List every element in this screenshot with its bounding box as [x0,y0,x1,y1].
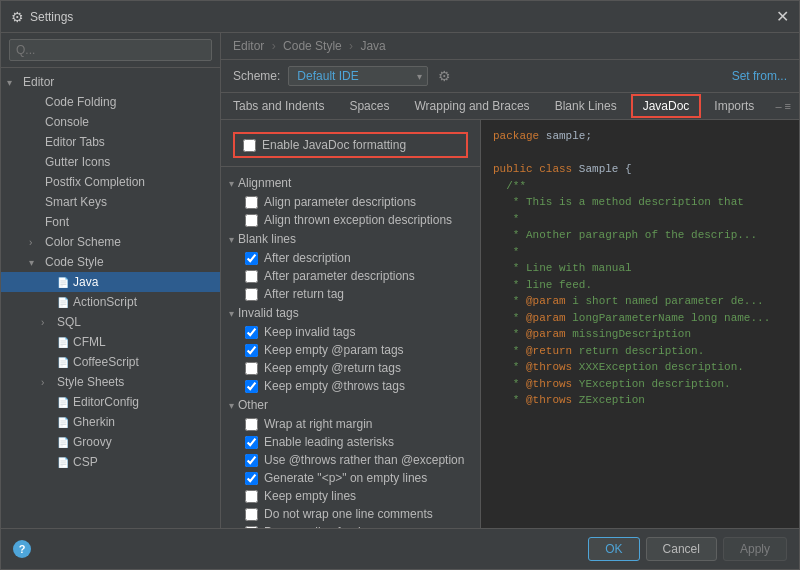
scheme-label: Scheme: [233,69,280,83]
tree-item-postfix-completion[interactable]: Postfix Completion [1,172,220,192]
tab-javadoc[interactable]: JavaDoc [631,94,702,118]
tree-label-gherkin: Gherkin [73,415,115,429]
section-header-other: ▾Other [221,395,480,415]
option-checkbox-keep-empty-param[interactable] [245,344,258,357]
scheme-select[interactable]: Default IDE [288,66,428,86]
apply-button[interactable]: Apply [723,537,787,561]
tab-spaces[interactable]: Spaces [337,94,402,118]
option-row-keep-empty-lines: Keep empty lines [221,487,480,505]
tree-item-sql[interactable]: ›SQL [1,312,220,332]
tab-wrapping[interactable]: Wrapping and Braces [402,94,542,118]
tree-item-editor[interactable]: ▾Editor [1,72,220,92]
option-label-after-return: After return tag [264,287,344,301]
option-row-keep-empty-param: Keep empty @param tags [221,341,480,359]
code-line: public class Sample { [493,161,787,178]
help-button[interactable]: ? [13,540,31,558]
tab-blank-lines[interactable]: Blank Lines [543,94,630,118]
tree-item-coffeescript[interactable]: 📄CoffeeScript [1,352,220,372]
option-row-after-return: After return tag [221,285,480,303]
code-line: * @param longParameterName long name... [493,310,787,327]
option-checkbox-generate-p[interactable] [245,472,258,485]
tree-item-editor-tabs[interactable]: Editor Tabs [1,132,220,152]
option-row-wrap-right: Wrap at right margin [221,415,480,433]
scheme-gear-button[interactable]: ⚙ [436,66,453,86]
content-area: Enable JavaDoc formatting ▾AlignmentAlig… [221,120,799,528]
search-input[interactable] [9,39,212,61]
tree-label-color-scheme: Color Scheme [45,235,121,249]
option-row-keep-empty-throws: Keep empty @throws tags [221,377,480,395]
breadcrumb-sep2: › [349,39,353,53]
section-toggle-other[interactable]: ▾ [229,400,234,411]
tab-tabs-indents[interactable]: Tabs and Indents [221,94,337,118]
tree-label-gutter-icons: Gutter Icons [45,155,110,169]
code-line: * @throws XXXException description. [493,359,787,376]
tree-item-font[interactable]: Font [1,212,220,232]
option-checkbox-keep-empty-return[interactable] [245,362,258,375]
option-checkbox-no-wrap-one-line[interactable] [245,508,258,521]
tree-item-code-style[interactable]: ▾Code Style [1,252,220,272]
breadcrumb-editor: Editor [233,39,264,53]
option-checkbox-keep-empty-lines[interactable] [245,490,258,503]
option-checkbox-after-return[interactable] [245,288,258,301]
code-preview: package sample; public class Sample { /*… [481,120,799,528]
file-icon-java: 📄 [57,277,69,288]
file-icon-csp: 📄 [57,457,69,468]
option-label-align-throws: Align thrown exception descriptions [264,213,452,227]
bottom-bar: ? OK Cancel Apply [1,528,799,569]
ok-button[interactable]: OK [588,537,639,561]
tabs-bar: Tabs and IndentsSpacesWrapping and Brace… [221,93,799,120]
option-checkbox-keep-invalid[interactable] [245,326,258,339]
option-checkbox-after-desc[interactable] [245,252,258,265]
cancel-button[interactable]: Cancel [646,537,717,561]
file-icon-actionscript: 📄 [57,297,69,308]
tree-item-gherkin[interactable]: 📄Gherkin [1,412,220,432]
option-checkbox-align-param[interactable] [245,196,258,209]
tree-item-color-scheme[interactable]: ›Color Scheme [1,232,220,252]
section-toggle-invalid-tags[interactable]: ▾ [229,308,234,319]
bottom-left: ? [13,540,582,558]
option-label-keep-empty-param: Keep empty @param tags [264,343,404,357]
tree-item-style-sheets[interactable]: ›Style Sheets [1,372,220,392]
enable-javadoc-checkbox[interactable] [243,139,256,152]
option-label-keep-invalid: Keep invalid tags [264,325,355,339]
option-checkbox-keep-empty-throws[interactable] [245,380,258,393]
tree-label-font: Font [45,215,69,229]
code-line: * line feed. [493,277,787,294]
section-toggle-blank-lines[interactable]: ▾ [229,234,234,245]
settings-icon: ⚙ [11,9,24,25]
set-from-link[interactable]: Set from... [732,69,787,83]
tree-toggle-style-sheets: › [41,377,53,388]
tree-item-console[interactable]: Console [1,112,220,132]
tab-imports[interactable]: Imports [702,94,767,118]
enable-javadoc-row: Enable JavaDoc formatting [221,128,480,167]
option-checkbox-after-param[interactable] [245,270,258,283]
tree-item-smart-keys[interactable]: Smart Keys [1,192,220,212]
tree-item-java[interactable]: 📄Java [1,272,220,292]
code-line: * [493,244,787,261]
option-checkbox-wrap-right[interactable] [245,418,258,431]
tree-label-console: Console [45,115,89,129]
tree-item-cfml[interactable]: 📄CFML [1,332,220,352]
tree-item-editorconfig[interactable]: 📄EditorConfig [1,392,220,412]
code-line: /** [493,178,787,195]
option-checkbox-align-throws[interactable] [245,214,258,227]
option-row-align-throws: Align thrown exception descriptions [221,211,480,229]
tab-collapse-button[interactable]: – ≡ [767,96,799,116]
title-bar-left: ⚙ Settings [11,9,73,25]
option-row-after-desc: After description [221,249,480,267]
section-toggle-alignment[interactable]: ▾ [229,178,234,189]
tree-item-groovy[interactable]: 📄Groovy [1,432,220,452]
tree-item-code-folding[interactable]: Code Folding [1,92,220,112]
option-label-use-throws: Use @throws rather than @exception [264,453,464,467]
dialog-title: Settings [30,10,73,24]
option-checkbox-leading-asterisks[interactable] [245,436,258,449]
tree-item-csp[interactable]: 📄CSP [1,452,220,472]
tree-item-actionscript[interactable]: 📄ActionScript [1,292,220,312]
sections-container: ▾AlignmentAlign parameter descriptionsAl… [221,173,480,528]
close-button[interactable]: ✕ [776,7,789,26]
code-line: * [493,211,787,228]
tree-item-gutter-icons[interactable]: Gutter Icons [1,152,220,172]
option-label-keep-empty-return: Keep empty @return tags [264,361,401,375]
tree-label-style-sheets: Style Sheets [57,375,124,389]
option-checkbox-use-throws[interactable] [245,454,258,467]
